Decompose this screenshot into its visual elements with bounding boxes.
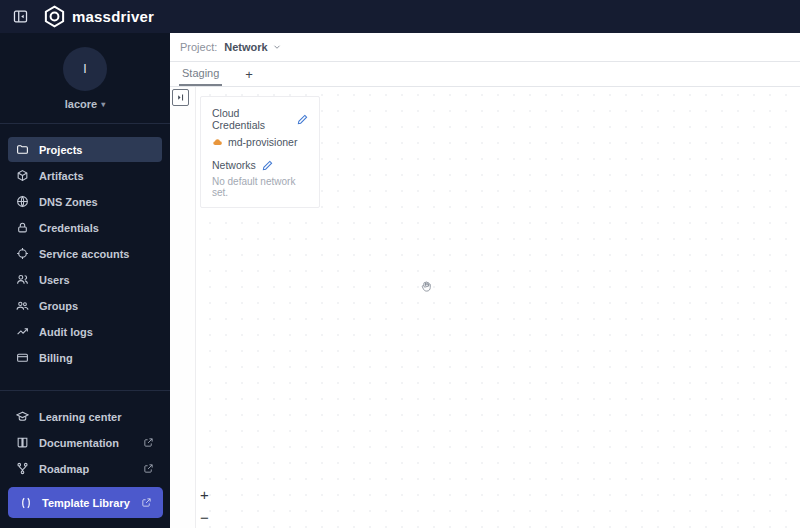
template-library-label: Template Library (42, 497, 130, 509)
external-link-icon (143, 437, 154, 448)
sidebar-item-dns-zones[interactable]: DNS Zones (8, 189, 162, 214)
graduation-cap-icon (16, 410, 29, 423)
sidebar-item-documentation[interactable]: Documentation (8, 430, 162, 455)
users-icon (16, 273, 29, 286)
sidebar-item-roadmap[interactable]: Roadmap (8, 456, 162, 481)
external-link-icon (143, 463, 154, 474)
folder-icon (16, 143, 29, 156)
book-icon (16, 436, 29, 449)
project-label: Project: (180, 41, 217, 53)
crosshair-icon (16, 247, 29, 260)
sidebar-item-label: Users (39, 274, 70, 286)
brand-name: massdriver (72, 8, 154, 25)
networks-heading: Networks (212, 159, 308, 171)
sidebar-item-label: Billing (39, 352, 73, 364)
fork-icon (16, 462, 29, 475)
main-area: Project: Network Staging + Clo (170, 33, 800, 528)
project-selector[interactable]: Network (224, 41, 281, 53)
sidebar-item-audit-logs[interactable]: Audit logs (8, 319, 162, 344)
sidebar-item-users[interactable]: Users (8, 267, 162, 292)
cloud-provider-icon (212, 137, 223, 148)
user-menu[interactable]: lacore ▾ (65, 98, 105, 110)
sidebar-item-label: Audit logs (39, 326, 93, 338)
edit-pencil-icon[interactable] (262, 160, 273, 171)
top-header: massdriver (0, 0, 800, 33)
grab-hand-cursor (420, 279, 433, 297)
lock-icon (16, 221, 29, 234)
sidebar-item-billing[interactable]: Billing (8, 345, 162, 370)
sidebar-item-label: Documentation (39, 437, 119, 449)
globe-icon (16, 195, 29, 208)
expand-panel-icon[interactable] (172, 89, 189, 106)
sidebar: l lacore ▾ Projects Artifacts DNS Zones (0, 33, 170, 528)
box-icon (16, 169, 29, 182)
chevron-down-icon: ▾ (101, 100, 105, 109)
collapse-sidebar-icon[interactable] (12, 8, 29, 25)
app-window: massdriver l lacore ▾ Projects Artifacts… (0, 0, 800, 528)
sidebar-item-label: DNS Zones (39, 196, 98, 208)
brackets-icon (19, 496, 33, 510)
flow-canvas[interactable]: Cloud Credentials md-provisioner Network… (170, 87, 800, 528)
primary-nav: Projects Artifacts DNS Zones Credentials… (0, 137, 170, 370)
sidebar-item-label: Artifacts (39, 170, 84, 182)
sidebar-item-label: Projects (39, 144, 82, 156)
credit-card-icon (16, 351, 29, 364)
groups-icon (16, 299, 29, 312)
project-name: Network (224, 41, 267, 53)
sidebar-item-label: Learning center (39, 411, 122, 423)
no-network-text: No default network set. (212, 176, 308, 198)
sidebar-item-artifacts[interactable]: Artifacts (8, 163, 162, 188)
sidebar-divider (0, 390, 170, 391)
tab-staging[interactable]: Staging (179, 62, 222, 86)
sidebar-divider (0, 123, 170, 124)
sidebar-item-label: Groups (39, 300, 78, 312)
template-library-button[interactable]: Template Library (8, 487, 163, 518)
tab-label: Staging (182, 67, 219, 79)
massdriver-hexagon-logo (43, 5, 66, 28)
user-name: lacore (65, 98, 97, 110)
cloud-credentials-label: Cloud Credentials (212, 107, 291, 131)
environment-defaults-panel: Cloud Credentials md-provisioner Network… (200, 96, 320, 208)
cloud-credentials-heading: Cloud Credentials (212, 107, 308, 131)
brand[interactable]: massdriver (43, 5, 154, 28)
sidebar-item-label: Service accounts (39, 248, 130, 260)
zoom-in-button[interactable]: + (198, 483, 211, 506)
sidebar-item-label: Roadmap (39, 463, 89, 475)
secondary-nav: Learning center Documentation Roadmap (0, 404, 170, 481)
add-environment-button[interactable]: + (242, 62, 256, 86)
credential-value-row: md-provisioner (212, 136, 308, 148)
external-link-icon (141, 497, 152, 508)
collapsed-panel-strip (170, 87, 196, 528)
sidebar-item-credentials[interactable]: Credentials (8, 215, 162, 240)
sidebar-item-groups[interactable]: Groups (8, 293, 162, 318)
environment-tab-bar: Staging + (170, 62, 800, 87)
canvas-zoom-controls: + − (198, 483, 211, 528)
user-block: l lacore ▾ (0, 33, 170, 112)
credential-name: md-provisioner (228, 136, 297, 148)
sidebar-item-learning-center[interactable]: Learning center (8, 404, 162, 429)
avatar[interactable]: l (63, 47, 107, 91)
zoom-out-button[interactable]: − (198, 506, 211, 528)
chevron-down-icon (272, 42, 282, 52)
sidebar-item-label: Credentials (39, 222, 99, 234)
trend-line-icon (16, 325, 29, 338)
project-bar: Project: Network (170, 33, 800, 62)
edit-pencil-icon[interactable] (297, 114, 308, 125)
sidebar-item-projects[interactable]: Projects (8, 137, 162, 162)
networks-label: Networks (212, 159, 256, 171)
sidebar-item-service-accounts[interactable]: Service accounts (8, 241, 162, 266)
